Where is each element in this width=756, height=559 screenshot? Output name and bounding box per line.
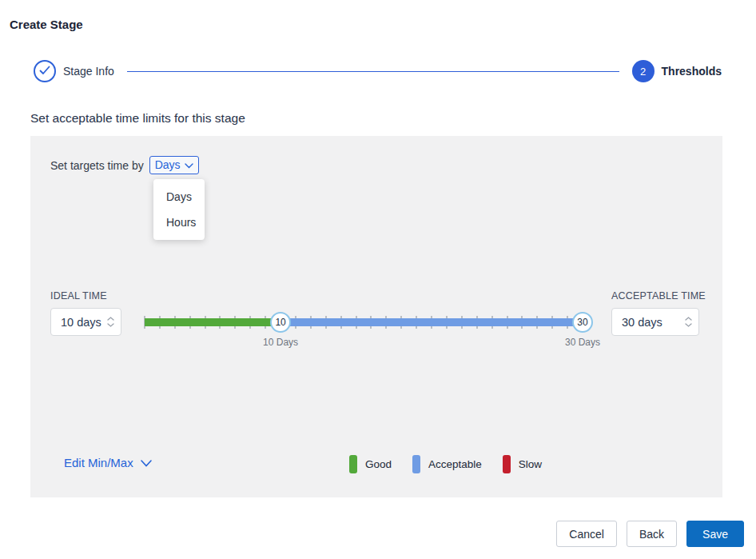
ideal-time-group: IDEAL TIME 10 days bbox=[50, 290, 121, 336]
step-number-circle: 2 bbox=[632, 60, 655, 82]
unit-dropdown-trigger[interactable]: Days bbox=[149, 156, 199, 174]
slider-good-segment bbox=[145, 318, 281, 326]
step-number: 2 bbox=[640, 66, 646, 78]
slider-acceptable-segment bbox=[281, 318, 583, 326]
unit-option-hours[interactable]: Hours bbox=[153, 210, 205, 235]
spinner-down-icon[interactable] bbox=[107, 323, 114, 327]
ideal-time-value: 10 days bbox=[61, 316, 107, 329]
spinner-up-icon[interactable] bbox=[685, 317, 692, 321]
unit-selected-value: Days bbox=[155, 158, 181, 171]
set-targets-row: Set targets time by Days bbox=[50, 156, 199, 174]
slider-track[interactable] bbox=[145, 318, 583, 326]
spinner-up-icon[interactable] bbox=[107, 317, 114, 321]
good-label: Good bbox=[365, 458, 392, 470]
check-icon bbox=[39, 64, 50, 78]
ideal-time-input[interactable]: 10 days bbox=[50, 308, 121, 336]
step-stage-info-label: Stage Info bbox=[63, 65, 114, 78]
ideal-time-spinner bbox=[107, 317, 114, 327]
legend-item-slow: Slow bbox=[503, 455, 542, 473]
section-heading: Set acceptable time limits for this stag… bbox=[30, 111, 245, 126]
create-stage-dialog: Create Stage Stage Info 2 Thresholds Set… bbox=[0, 0, 756, 559]
acceptable-label: Acceptable bbox=[428, 458, 482, 470]
acceptable-time-input[interactable]: 30 days bbox=[611, 308, 699, 336]
set-targets-label: Set targets time by bbox=[50, 159, 144, 172]
ideal-slider-handle[interactable]: 10 bbox=[270, 312, 291, 333]
cancel-button[interactable]: Cancel bbox=[556, 521, 617, 547]
good-swatch bbox=[349, 455, 357, 473]
ideal-handle-caption: 10 Days bbox=[263, 337, 298, 348]
edit-minmax-link[interactable]: Edit Min/Max bbox=[64, 456, 152, 469]
acceptable-time-spinner bbox=[685, 317, 692, 327]
thresholds-panel: Set targets time by Days Days Hours IDEA… bbox=[30, 136, 722, 497]
legend-item-acceptable: Acceptable bbox=[412, 455, 482, 473]
legend: Good Acceptable Slow bbox=[349, 455, 542, 473]
back-button[interactable]: Back bbox=[627, 521, 677, 547]
stepper-connector bbox=[127, 71, 619, 72]
acceptable-swatch bbox=[412, 455, 420, 473]
acceptable-handle-caption: 30 Days bbox=[565, 337, 600, 348]
save-button[interactable]: Save bbox=[686, 521, 744, 547]
chevron-down-icon bbox=[141, 456, 152, 469]
step-thresholds[interactable]: 2 Thresholds bbox=[632, 60, 722, 82]
page-title: Create Stage bbox=[10, 18, 83, 31]
spinner-down-icon[interactable] bbox=[685, 323, 692, 327]
acceptable-time-label: ACCEPTABLE TIME bbox=[611, 290, 706, 301]
step-stage-info[interactable]: Stage Info bbox=[34, 60, 114, 82]
unit-dropdown-menu: Days Hours bbox=[153, 179, 205, 240]
dialog-footer: Cancel Back Save bbox=[0, 521, 756, 547]
acceptable-slider-handle[interactable]: 30 bbox=[572, 312, 593, 333]
acceptable-time-group: ACCEPTABLE TIME 30 days bbox=[611, 290, 706, 336]
step-thresholds-label: Thresholds bbox=[662, 65, 722, 78]
edit-minmax-label: Edit Min/Max bbox=[64, 456, 133, 469]
step-complete-circle bbox=[34, 60, 56, 82]
unit-option-days[interactable]: Days bbox=[153, 184, 205, 210]
ideal-time-label: IDEAL TIME bbox=[50, 290, 121, 301]
slider: 10 30 10 Days 30 Days bbox=[145, 312, 583, 352]
stepper: Stage Info 2 Thresholds bbox=[34, 60, 722, 82]
legend-item-good: Good bbox=[349, 455, 392, 473]
acceptable-time-value: 30 days bbox=[622, 316, 685, 329]
slow-swatch bbox=[503, 455, 511, 473]
chevron-down-icon bbox=[185, 158, 193, 171]
slow-label: Slow bbox=[519, 458, 542, 470]
